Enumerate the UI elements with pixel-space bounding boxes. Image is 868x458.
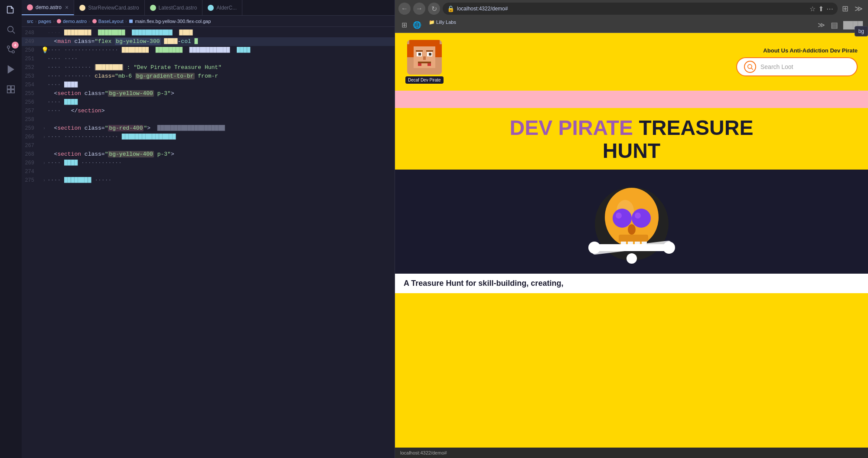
bookmark-star-icon[interactable]: ☆ xyxy=(809,5,816,13)
breadcrumb-baselayout[interactable]: BaseLayout xyxy=(98,19,124,24)
breadcrumb-astro-icon-wrap: demo.astro xyxy=(56,19,87,24)
source-control-badge: 4 xyxy=(12,42,19,49)
code-line-269: 269 › ···· ████ ············ xyxy=(22,159,395,167)
search-placeholder-text[interactable]: Search Loot xyxy=(760,63,793,70)
status-url: localhost:4322/demo# xyxy=(400,450,447,455)
site-avatar xyxy=(407,40,442,75)
svg-rect-41 xyxy=(619,235,648,242)
tab-icon-latest xyxy=(150,5,156,11)
svg-line-1 xyxy=(13,31,15,33)
address-bar[interactable]: 🔒 localhost:4322/demo# ☆ ⬆ ⋯ xyxy=(443,3,838,15)
svg-line-28 xyxy=(751,68,753,70)
tab-label-star: StarReviewCard.astro xyxy=(88,5,139,11)
svg-point-36 xyxy=(628,224,636,235)
globe-icon[interactable]: 🌐 xyxy=(411,20,423,31)
website-content: Decaf Dev Pirate About Us Anti-Addiction… xyxy=(395,33,868,448)
activity-run-icon[interactable] xyxy=(5,63,17,75)
code-line-266: 266 › ···· ················ ████████████… xyxy=(22,133,395,141)
hero-title: DEV PIRATE TREASUREHUNT xyxy=(405,117,858,163)
main-icon xyxy=(128,19,134,24)
site-logo-area: Decaf Dev Pirate xyxy=(405,40,444,84)
activity-files-icon[interactable] xyxy=(5,3,17,16)
astro-file-icon xyxy=(56,19,62,24)
treasure-caption: A Treasure Hunt for skill-building, crea… xyxy=(395,274,868,293)
svg-rect-21 xyxy=(423,56,426,60)
tab-icon-star xyxy=(79,5,85,11)
tab-close-demo[interactable]: × xyxy=(65,4,69,11)
svg-point-34 xyxy=(616,213,622,219)
grid-view-icon[interactable]: ⊞ xyxy=(398,20,410,31)
tab-icon-alder xyxy=(208,5,214,11)
status-bar: localhost:4322/demo# xyxy=(395,448,868,458)
tab-demo-astro[interactable]: demo.astro × xyxy=(22,0,74,15)
code-line-258: 258 xyxy=(22,115,395,124)
hero-section: DEV PIRATE TREASUREHUNT xyxy=(395,108,868,170)
code-line-249: 249 <main class="flex bg-yellow-300 ████… xyxy=(22,37,395,46)
code-line-254: 254 ···· ████ xyxy=(22,81,395,89)
breadcrumb-pages[interactable]: pages xyxy=(38,19,51,24)
baselayout-icon xyxy=(92,19,97,24)
svg-point-44 xyxy=(588,242,600,254)
breadcrumb-main[interactable]: main.flex.bg-yellow-300.flex-col.gap xyxy=(135,19,211,24)
tab-star-review[interactable]: StarReviewCard.astro xyxy=(74,0,144,15)
svg-point-35 xyxy=(635,213,641,219)
browser-toolbar-chevron[interactable]: ≫ xyxy=(816,20,827,31)
address-text: localhost:4322/demo# xyxy=(457,6,508,12)
svg-rect-5 xyxy=(7,86,10,89)
code-editor[interactable]: 248 ···· ████████ ████████ ████████████ … xyxy=(22,27,395,458)
svg-point-45 xyxy=(663,242,675,254)
svg-rect-11 xyxy=(129,20,133,23)
tab-alder[interactable]: AlderC... xyxy=(202,0,242,15)
svg-rect-6 xyxy=(11,86,14,89)
code-line-248: 248 ···· ████████ ████████ ████████████ … xyxy=(22,29,395,37)
reload-button[interactable]: ↻ xyxy=(428,3,440,15)
svg-point-10 xyxy=(92,19,97,23)
svg-point-0 xyxy=(8,26,13,32)
tab-bar: demo.astro × StarReviewCard.astro Latest… xyxy=(22,0,395,16)
forward-button[interactable]: → xyxy=(413,3,425,15)
search-container[interactable]: Search Loot xyxy=(736,57,858,76)
activity-search-icon[interactable] xyxy=(5,23,17,36)
activity-source-control-icon[interactable]: 4 xyxy=(5,43,17,56)
svg-point-27 xyxy=(748,65,752,69)
more-icon[interactable]: ⋯ xyxy=(826,5,833,13)
breadcrumb: src › pages › demo.astro › BaseLayout › … xyxy=(22,16,395,27)
breadcrumb-popup: bg xyxy=(855,26,868,36)
svg-point-46 xyxy=(627,253,637,264)
site-header: Decaf Dev Pirate About Us Anti-Addiction… xyxy=(395,33,868,91)
tab-label-latest: LatestCard.astro xyxy=(159,5,197,11)
browser-chevron-icon[interactable]: ≫ xyxy=(855,4,863,13)
back-button[interactable]: ← xyxy=(398,3,411,15)
breadcrumb-sep2: › xyxy=(53,19,55,24)
svg-point-2 xyxy=(7,46,10,49)
tab-label-alder: AlderC... xyxy=(216,5,237,11)
site-nav-links: About Us Anti-Addiction Dev Pirate xyxy=(763,47,858,54)
tab-latest-card[interactable]: LatestCard.astro xyxy=(145,0,203,15)
svg-rect-26 xyxy=(426,50,433,52)
svg-rect-15 xyxy=(435,44,442,57)
browser-panel: ← → ↻ 🔒 localhost:4322/demo# ☆ ⬆ ⋯ ⊞ ≫ ⊞… xyxy=(395,0,868,458)
code-line-268: 268 <section class="bg-yellow-400 p-3"> xyxy=(22,150,395,159)
svg-point-9 xyxy=(57,19,61,23)
vscode-panel: demo.astro × StarReviewCard.astro Latest… xyxy=(0,0,395,458)
code-line-253: 253 ···· ········ class="mb-6 bg-gradien… xyxy=(22,72,395,81)
code-line-250: 250 💡 ···· ················ ████████ ███… xyxy=(22,46,395,55)
lock-icon: 🔒 xyxy=(447,5,454,12)
activity-extensions-icon[interactable] xyxy=(5,83,17,95)
breadcrumb-src[interactable]: src xyxy=(27,19,33,24)
svg-rect-23 xyxy=(418,63,421,66)
sidebar-toggle-icon[interactable]: ▤ xyxy=(831,20,838,30)
share-icon[interactable]: ⬆ xyxy=(818,5,824,13)
breadcrumb-baselayout-wrap: BaseLayout xyxy=(92,19,124,24)
svg-marker-4 xyxy=(8,66,14,73)
breadcrumb-demo-astro[interactable]: demo.astro xyxy=(63,19,87,24)
tab-icon-demo xyxy=(27,4,33,10)
code-line-255: 255 <section class="bg-yellow-400 p-3"> xyxy=(22,89,395,98)
browser-toolbar: ⊞ 🌐 📁 Lilly Labs ≫ ▤ ████ xyxy=(395,17,868,33)
site-nav-right: About Us Anti-Addiction Dev Pirate Searc… xyxy=(736,47,858,76)
lilly-labs-bookmark-btn[interactable]: 📁 Lilly Labs xyxy=(424,20,460,31)
code-line-257: 257 ···· </section> xyxy=(22,107,395,115)
extensions-icon[interactable]: ⊞ xyxy=(842,4,848,13)
avatar-label: Decaf Dev Pirate xyxy=(405,76,444,84)
code-line-275: 275 › ···· ████████ ····· xyxy=(22,176,395,185)
